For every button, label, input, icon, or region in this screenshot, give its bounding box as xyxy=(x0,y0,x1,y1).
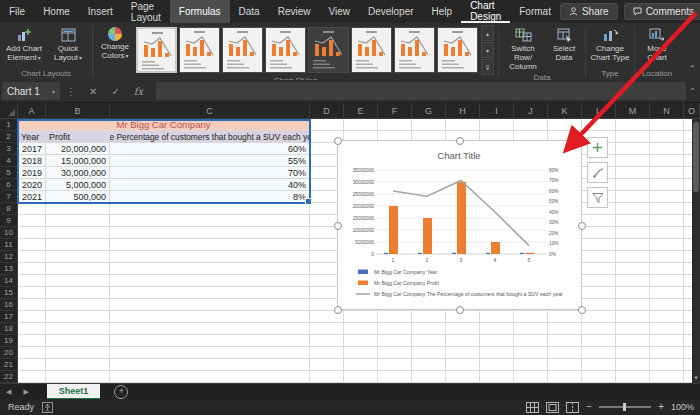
gallery-scroll-down-icon[interactable]: ▾ xyxy=(481,42,494,58)
cell[interactable] xyxy=(480,347,514,359)
cell[interactable] xyxy=(616,167,650,179)
cell[interactable] xyxy=(46,311,110,323)
menu-tab-view[interactable]: View xyxy=(319,0,359,23)
cell[interactable] xyxy=(110,347,310,359)
row-header-18[interactable]: 18 xyxy=(0,323,18,335)
cell[interactable] xyxy=(412,347,446,359)
cell[interactable] xyxy=(18,215,46,227)
sheet-tab-sheet1[interactable]: Sheet1 xyxy=(47,384,101,400)
chart-elements-button[interactable] xyxy=(587,137,608,158)
cell[interactable] xyxy=(18,287,46,299)
cell[interactable] xyxy=(616,287,650,299)
cell[interactable] xyxy=(18,359,46,371)
enter-icon[interactable]: ✓ xyxy=(104,86,126,97)
cell[interactable] xyxy=(650,359,684,371)
cell[interactable] xyxy=(344,359,378,371)
cell[interactable] xyxy=(412,335,446,347)
scroll-down-icon[interactable]: ▼ xyxy=(692,373,700,383)
cell[interactable] xyxy=(412,371,446,383)
legend-label[interactable]: Mr Bigg Car Company The Percentage of cu… xyxy=(374,291,563,297)
chart-selection-handle[interactable] xyxy=(578,137,586,145)
page-break-view-icon[interactable] xyxy=(566,402,579,413)
cell[interactable] xyxy=(582,239,616,251)
chart-selection-handle[interactable] xyxy=(334,222,342,230)
cell[interactable] xyxy=(18,347,46,359)
row-header-1[interactable]: 1 xyxy=(0,119,18,131)
column-header-m[interactable]: M xyxy=(616,103,650,119)
cell[interactable] xyxy=(18,275,46,287)
next-sheet-icon[interactable]: ▶ xyxy=(17,388,34,396)
column-header-c[interactable]: C xyxy=(110,103,310,119)
column-header-j[interactable]: J xyxy=(514,103,548,119)
cell[interactable] xyxy=(110,239,310,251)
quick-layout-button[interactable]: Quick Layout xyxy=(47,25,89,62)
row-header-9[interactable]: 9 xyxy=(0,215,18,227)
cell[interactable] xyxy=(18,239,46,251)
row-header-17[interactable]: 17 xyxy=(0,311,18,323)
cell[interactable] xyxy=(650,155,684,167)
cell[interactable] xyxy=(110,287,310,299)
change-colors-button[interactable]: Change Colors xyxy=(96,25,134,60)
page-layout-view-icon[interactable] xyxy=(546,402,559,413)
chart-object[interactable]: Chart Title35000000300000002500000020000… xyxy=(337,140,582,310)
cell[interactable] xyxy=(616,335,650,347)
cell[interactable] xyxy=(46,251,110,263)
chart-style-thumbnail-8[interactable] xyxy=(437,27,478,73)
cell[interactable] xyxy=(110,275,310,287)
cell[interactable] xyxy=(110,251,310,263)
cell[interactable] xyxy=(110,299,310,311)
cell[interactable] xyxy=(110,263,310,275)
cell[interactable] xyxy=(582,335,616,347)
cell[interactable] xyxy=(514,311,548,323)
accessibility-icon[interactable] xyxy=(42,402,53,413)
cell[interactable] xyxy=(344,371,378,383)
cell[interactable] xyxy=(650,263,684,275)
cell[interactable] xyxy=(46,299,110,311)
row-header-13[interactable]: 13 xyxy=(0,263,18,275)
vertical-scrollbar-thumb[interactable] xyxy=(693,122,699,192)
cell-year[interactable]: 2019 xyxy=(18,167,46,179)
cell[interactable] xyxy=(18,227,46,239)
menu-tab-insert[interactable]: Insert xyxy=(79,0,122,23)
cell[interactable] xyxy=(18,203,46,215)
column-header-d[interactable]: D xyxy=(310,103,344,119)
zoom-slider[interactable] xyxy=(599,406,651,408)
cell[interactable] xyxy=(616,191,650,203)
cell[interactable] xyxy=(310,323,344,335)
column-header-a[interactable]: A xyxy=(18,103,46,119)
move-chart-button[interactable]: Move Chart xyxy=(638,25,676,62)
column-header-o[interactable]: O xyxy=(684,103,700,119)
chart-filters-button[interactable] xyxy=(587,187,608,208)
cell[interactable] xyxy=(412,311,446,323)
prev-sheet-icon[interactable]: ◀ xyxy=(0,388,17,396)
cell[interactable] xyxy=(46,347,110,359)
cell[interactable] xyxy=(46,215,110,227)
cell[interactable] xyxy=(480,335,514,347)
chart-bar[interactable] xyxy=(486,253,490,254)
chart-selection-handle[interactable] xyxy=(578,222,586,230)
collapse-ribbon-icon[interactable]: ⌃ xyxy=(688,65,696,74)
cell[interactable] xyxy=(46,275,110,287)
cell[interactable] xyxy=(378,335,412,347)
chart-bar[interactable] xyxy=(457,182,466,254)
name-box-dropdown-icon[interactable]: ▾ xyxy=(52,88,55,95)
legend-label[interactable]: Mr Bigg Car Company Profit xyxy=(374,280,439,286)
cell[interactable] xyxy=(446,359,480,371)
zoom-slider-thumb[interactable] xyxy=(623,403,626,411)
cell-year[interactable]: 2020 xyxy=(18,179,46,191)
cell[interactable] xyxy=(412,323,446,335)
cell[interactable] xyxy=(310,347,344,359)
cell[interactable] xyxy=(582,311,616,323)
cell[interactable] xyxy=(110,371,310,383)
chart-bar[interactable] xyxy=(520,253,524,254)
cell[interactable] xyxy=(616,119,650,131)
cell[interactable] xyxy=(110,203,310,215)
column-header-b[interactable]: B xyxy=(46,103,110,119)
cell-title-merged[interactable]: Mr Bigg Car Company xyxy=(18,119,310,131)
menu-tab-help[interactable]: Help xyxy=(423,0,462,23)
cell[interactable] xyxy=(616,359,650,371)
cell[interactable] xyxy=(378,311,412,323)
menu-tab-formulas[interactable]: Formulas xyxy=(170,0,230,23)
chart-style-thumbnail-3[interactable] xyxy=(222,27,263,73)
cell[interactable] xyxy=(46,239,110,251)
